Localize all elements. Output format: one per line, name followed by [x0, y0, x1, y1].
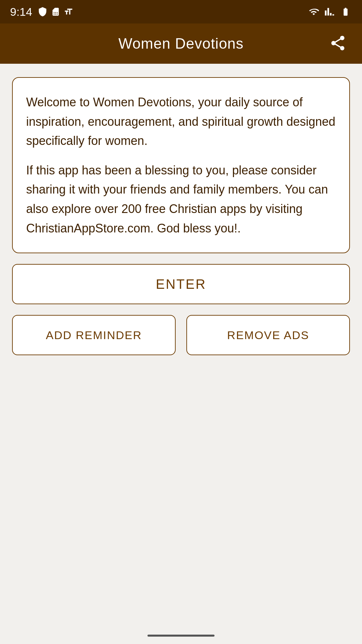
welcome-paragraph-1: Welcome to Women Devotions, your daily s… [26, 93, 336, 151]
status-system-icons [38, 7, 73, 17]
bottom-buttons: ADD REMINDER REMOVE ADS [12, 315, 350, 355]
share-icon [329, 35, 347, 52]
status-bar: 9:14 [0, 0, 362, 23]
app-title: Women Devotions [118, 35, 244, 52]
nav-indicator [147, 635, 215, 637]
main-content: Welcome to Women Devotions, your daily s… [0, 64, 362, 369]
welcome-paragraph-2: If this app has been a blessing to you, … [26, 161, 336, 238]
enter-button[interactable]: ENTER [12, 264, 350, 304]
add-reminder-button[interactable]: ADD REMINDER [12, 315, 176, 355]
battery-icon [339, 7, 352, 16]
status-right [308, 7, 352, 17]
sim-card-icon [51, 7, 60, 16]
nav-bar [0, 627, 362, 644]
app-header: Women Devotions [0, 23, 362, 64]
remove-ads-button[interactable]: REMOVE ADS [186, 315, 350, 355]
share-button[interactable] [326, 31, 350, 56]
status-left: 9:14 [10, 5, 73, 18]
welcome-card: Welcome to Women Devotions, your daily s… [12, 77, 350, 253]
shield-icon [38, 7, 48, 17]
wifi-icon [308, 7, 320, 17]
welcome-text: Welcome to Women Devotions, your daily s… [26, 93, 336, 238]
font-icon [64, 7, 73, 16]
status-time: 9:14 [10, 5, 32, 18]
signal-icon [324, 7, 335, 17]
